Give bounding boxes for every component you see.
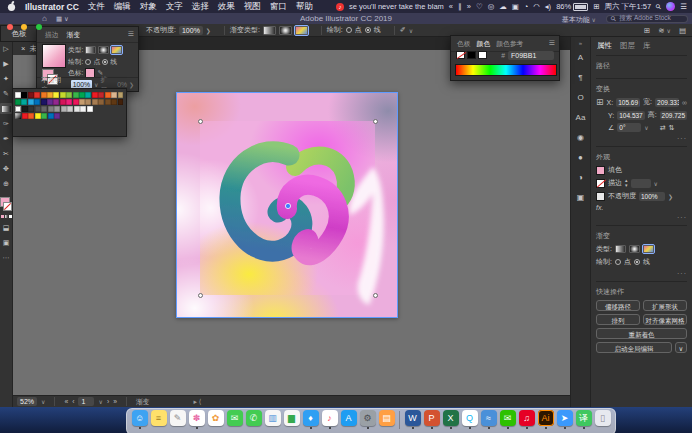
dock-netease-music[interactable]: ♫: [518, 410, 535, 429]
menu-extra-display-icon[interactable]: ▣: [512, 0, 519, 13]
edit-toolbar-icon[interactable]: ⋯: [0, 252, 12, 263]
swatch-chip[interactable]: [79, 92, 85, 98]
dock-photos[interactable]: ✽: [188, 410, 205, 429]
swatch-chip[interactable]: [47, 99, 53, 105]
swatch-chip[interactable]: [53, 99, 59, 105]
swatch-chip[interactable]: [66, 99, 72, 105]
flip-horizontal-icon[interactable]: ⇄: [660, 124, 666, 132]
volume-icon[interactable]: ◂): [545, 0, 551, 13]
appearance-panel-icon[interactable]: ◉: [577, 133, 584, 143]
gradient-tool[interactable]: [0, 103, 12, 114]
draw-lines-radio[interactable]: [365, 27, 371, 33]
gradient-corner-handle[interactable]: [373, 293, 378, 298]
menu-item-4[interactable]: 选择: [192, 1, 209, 13]
calendar-grid-icon[interactable]: ⊞: [593, 0, 599, 13]
previous-track-icon[interactable]: «: [449, 0, 453, 13]
zoom-tool[interactable]: ⊕: [0, 178, 12, 189]
swatch-chip[interactable]: [98, 99, 104, 105]
color-mode-none[interactable]: [9, 215, 12, 218]
tab-gradient[interactable]: 渐变: [67, 30, 81, 40]
selection-tool[interactable]: ▷: [0, 43, 12, 54]
opacity-expand-icon[interactable]: ❯: [668, 193, 673, 200]
apple-menu-icon[interactable]: [7, 1, 16, 12]
color-mode-buttons[interactable]: [1, 215, 12, 218]
glyphs-panel-icon[interactable]: Aa: [576, 113, 586, 123]
favorite-heart-icon[interactable]: ♡: [476, 0, 483, 13]
panel-menu-icon[interactable]: ☰: [549, 39, 555, 47]
swatch-chip[interactable]: [61, 106, 67, 112]
none-color-chip[interactable]: [456, 51, 465, 59]
swatch-chip[interactable]: [54, 113, 60, 119]
menu-app-name[interactable]: Illustrator CC: [25, 2, 79, 12]
swatch-chip[interactable]: [28, 106, 34, 112]
swatch-chip[interactable]: [41, 92, 47, 98]
brush-options-icon[interactable]: ✐: [400, 26, 406, 34]
menu-extra-record-icon[interactable]: ◎: [488, 0, 495, 13]
menu-item-0[interactable]: 文件: [88, 1, 105, 13]
color-panel-icon[interactable]: ●: [578, 153, 583, 163]
panel-options-icon[interactable]: ▤: [679, 26, 686, 35]
scissors-tool[interactable]: ✂: [0, 148, 12, 159]
next-track-icon[interactable]: »: [467, 0, 471, 13]
artboard-number-field[interactable]: 1: [78, 397, 94, 406]
magic-wand-tool[interactable]: ✦: [0, 73, 12, 84]
draw-points-radio[interactable]: [346, 27, 352, 33]
x-position-field[interactable]: 105.69 p: [616, 98, 640, 107]
artboards-panel-icon[interactable]: ▣: [577, 193, 585, 203]
swatch-chip[interactable]: [111, 92, 117, 98]
y-position-field[interactable]: 104.537: [617, 111, 644, 120]
recolor-button[interactable]: 重新着色: [596, 328, 687, 339]
swatch-chip[interactable]: [48, 113, 54, 119]
global-edit-dropdown-icon[interactable]: ∨: [675, 342, 687, 353]
swatch-chip[interactable]: [34, 92, 40, 98]
dock-qq[interactable]: Q: [461, 410, 478, 429]
dock-numbers[interactable]: ▆: [283, 410, 300, 429]
transform-more-options[interactable]: ···: [596, 135, 687, 142]
stroke-width-dropdown-icon[interactable]: ∨: [654, 180, 658, 187]
panel-menu-icon[interactable]: ☰: [128, 30, 134, 38]
swatch-chip[interactable]: [73, 92, 79, 98]
gradient-corner-handle[interactable]: [198, 293, 203, 298]
swatch-chip[interactable]: [87, 106, 93, 112]
swatch-chip[interactable]: [66, 92, 72, 98]
screen-mode-icon[interactable]: ▣: [0, 237, 12, 248]
opacity-field[interactable]: 100%: [639, 192, 665, 201]
swatch-chip[interactable]: [60, 92, 66, 98]
width-field[interactable]: 209.333: [655, 98, 679, 107]
dock-finder[interactable]: ☺: [131, 410, 148, 429]
close-window-button[interactable]: [7, 24, 13, 30]
adobe-stock-search-input[interactable]: ⚲ 搜索 Adobe Stock: [606, 15, 688, 23]
dock-word[interactable]: W: [404, 410, 421, 429]
freeform-gradient-button[interactable]: [643, 245, 654, 253]
color-mode-fill[interactable]: [1, 215, 4, 218]
white-color-chip[interactable]: [478, 51, 487, 59]
spotlight-search-icon[interactable]: ⚲: [654, 2, 663, 11]
linear-gradient-button[interactable]: [85, 46, 96, 54]
swatch-chip[interactable]: [73, 99, 79, 105]
workspace-switcher[interactable]: 基本功能 ∨: [562, 15, 596, 25]
tab-layers[interactable]: 图层: [620, 41, 635, 51]
pen-tool[interactable]: ✒: [0, 133, 12, 144]
swatch-chip[interactable]: [41, 99, 47, 105]
swatch-chip[interactable]: [54, 106, 60, 112]
swatch-chip[interactable]: [22, 106, 28, 112]
opentype-panel-icon[interactable]: O: [577, 93, 583, 103]
hand-tool[interactable]: ✥: [0, 163, 12, 174]
rotation-field[interactable]: 0°: [617, 123, 641, 132]
freeform-gradient-button[interactable]: [111, 46, 122, 54]
menu-item-3[interactable]: 文字: [166, 1, 183, 13]
gradient-preview-swatch[interactable]: [42, 44, 66, 68]
next-artboard-icon[interactable]: ›: [107, 398, 109, 405]
tab-color-guide[interactable]: 颜色参考: [496, 39, 523, 49]
dock-screen-share[interactable]: ➤: [556, 410, 573, 429]
tab-stroke[interactable]: 描边: [45, 30, 59, 40]
swatch-chip[interactable]: [21, 92, 27, 98]
dock-facetime[interactable]: ✆: [245, 410, 262, 429]
dock-appstore[interactable]: A: [340, 410, 357, 429]
swatch-chip[interactable]: [15, 113, 21, 119]
gradient-corner-handle[interactable]: [198, 119, 203, 124]
maximize-window-button[interactable]: [36, 24, 42, 30]
hex-value-field[interactable]: F09BB1: [508, 51, 554, 60]
stroke-width-stepper[interactable]: ▴▾: [625, 178, 628, 188]
swatch-chip[interactable]: [118, 99, 124, 105]
